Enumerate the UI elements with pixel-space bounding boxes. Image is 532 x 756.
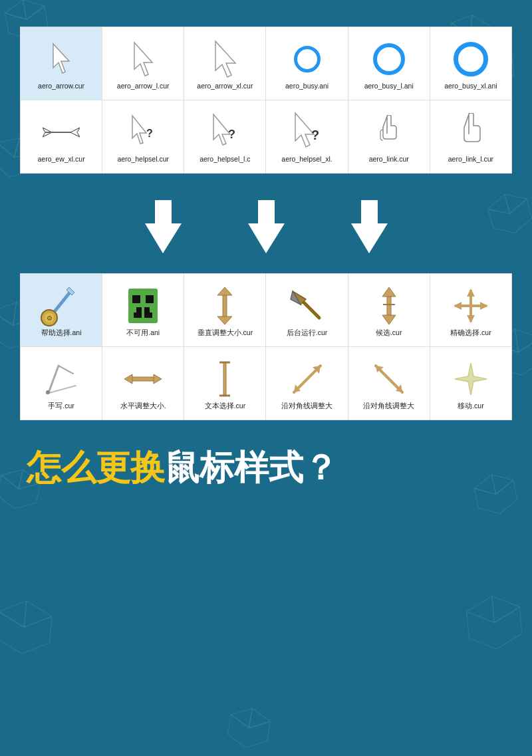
svg-marker-88 [480, 302, 488, 310]
svg-marker-48 [53, 44, 69, 73]
cursor-cell-aero-link-l[interactable]: aero_link_l.cur [430, 100, 511, 174]
cursor-label: 水平调整大小. [105, 402, 181, 411]
svg-rect-96 [223, 362, 226, 396]
cursor-cell-aero-busy-xl[interactable]: aero_busy_xl.ani [430, 27, 511, 100]
svg-marker-49 [134, 43, 152, 76]
svg-line-45 [249, 708, 252, 728]
cursor-cell-move[interactable]: 移动.cur [430, 347, 511, 420]
cursor-label: 候选.cur [351, 328, 427, 338]
cursor-label: aero_arrow.cur [23, 82, 99, 91]
svg-marker-105 [455, 363, 487, 395]
heading-white: 鼠标样式？ [165, 448, 338, 487]
bottom-cursor-table: ⚙ 帮助选择.ani [20, 273, 512, 420]
cursor-label: 后台运行.cur [269, 328, 344, 338]
svg-rect-69 [132, 295, 140, 303]
cursor-label: aero_helpsel.cur [105, 155, 181, 164]
svg-rect-73 [134, 313, 142, 318]
svg-marker-54 [132, 116, 146, 144]
cursor-label: aero_link.cur [351, 155, 427, 164]
cursor-cell-aero-arrow-xl[interactable]: aero_arrow_xl.cur [184, 27, 266, 100]
cursor-cell-candidate[interactable]: 候选.cur [348, 274, 430, 347]
cursor-label: 沿对角线调整大 [351, 402, 427, 411]
cursor-label: 文本选择.cur [187, 402, 263, 411]
svg-marker-81 [382, 315, 396, 324]
cursor-label: 精确选择.cur [433, 328, 509, 338]
svg-text:⚙: ⚙ [47, 315, 53, 322]
svg-marker-60 [145, 200, 182, 253]
cursor-cell-background-run[interactable]: 后台运行.cur [266, 274, 348, 347]
cursor-label: 手写.cur [23, 402, 99, 411]
cursor-label: aero_link_l.cur [433, 155, 509, 164]
svg-rect-75 [223, 293, 227, 319]
svg-rect-74 [144, 313, 152, 318]
arrows-section [20, 180, 512, 273]
cursor-label: 移动.cur [433, 402, 509, 411]
svg-line-39 [24, 614, 52, 629]
cursor-cell-aero-arrow[interactable]: aero_arrow.cur [21, 27, 102, 100]
cursor-label: 不可用.ani [105, 328, 181, 338]
svg-marker-53 [70, 128, 80, 137]
cursor-label: aero_arrow_xl.cur [187, 82, 263, 91]
down-arrow-1 [145, 200, 182, 253]
cursor-label: aero_busy_xl.ani [433, 82, 509, 91]
svg-marker-94 [124, 374, 132, 384]
cursor-cell-aero-busy-l[interactable]: aero_busy_l.ani [348, 27, 430, 100]
down-arrow-3 [351, 200, 388, 253]
svg-rect-68 [128, 289, 158, 323]
cursor-cell-aero-link[interactable]: aero_link.cur [348, 100, 430, 174]
cursor-cell-aero-busy[interactable]: aero_busy.ani [266, 27, 348, 100]
svg-marker-85 [467, 289, 475, 297]
svg-rect-72 [144, 307, 150, 313]
cursor-cell-horiz-resize[interactable]: 水平调整大小. [102, 347, 184, 420]
cursor-cell-diag-resize2[interactable]: 沿对角线调整大 [348, 347, 430, 420]
down-arrow-2 [248, 200, 285, 253]
svg-marker-44 [226, 705, 273, 751]
svg-line-37 [24, 600, 26, 627]
cursor-cell-aero-helpsel-l[interactable]: ? aero_helpsel_l.c [184, 100, 266, 174]
svg-marker-95 [154, 374, 162, 384]
svg-rect-71 [136, 307, 142, 313]
svg-text:?: ? [146, 128, 153, 139]
cursor-cell-aero-ew-xl[interactable]: aero_ew_xl.cur [21, 100, 102, 174]
svg-marker-87 [454, 302, 462, 310]
svg-marker-40 [466, 594, 523, 652]
cursor-label: aero_helpsel_xl. [269, 155, 344, 164]
svg-text:?: ? [228, 128, 235, 141]
svg-line-47 [249, 718, 270, 731]
cursor-cell-aero-arrow-l[interactable]: aero_arrow_l.cur [102, 27, 184, 100]
svg-line-43 [493, 607, 521, 622]
svg-marker-62 [351, 200, 388, 253]
cursor-cell-precise-select[interactable]: 精确选择.cur [430, 274, 511, 347]
cursor-cell-text-select[interactable]: 文本选择.cur [184, 347, 266, 420]
cursor-cell-aero-helpsel[interactable]: ? aero_helpsel.cur [102, 100, 184, 174]
svg-line-46 [229, 715, 251, 728]
svg-line-89 [49, 366, 59, 391]
svg-marker-76 [217, 287, 232, 295]
cursor-label: 垂直调整大小.cur [187, 328, 263, 338]
svg-line-38 [0, 612, 25, 627]
cursor-label: aero_arrow_l.cur [105, 82, 181, 91]
cursor-label: 帮助选择.ani [23, 328, 99, 338]
cursor-cell-aero-helpsel-xl[interactable]: ? aero_helpsel_xl. [266, 100, 348, 174]
cursor-label: 沿对角线调整大 [269, 402, 344, 411]
cursor-cell-handwrite[interactable]: 手写.cur [21, 347, 102, 420]
cursor-cell-help-select[interactable]: ⚙ 帮助选择.ani [21, 274, 102, 347]
table-row: ⚙ 帮助选择.ani [21, 274, 512, 347]
svg-text:?: ? [311, 128, 319, 142]
svg-line-90 [59, 366, 73, 374]
table-row: aero_arrow.cur aero_arrow_l.cur [21, 27, 512, 100]
cursor-cell-diag-resize1[interactable]: 沿对角线调整大 [266, 347, 348, 420]
svg-rect-93 [131, 377, 155, 381]
heading-highlight: 怎么更换 [27, 448, 165, 487]
svg-marker-86 [467, 315, 475, 323]
table-row: 手写.cur 水平调整大小. [21, 347, 512, 420]
svg-marker-50 [215, 41, 235, 77]
svg-marker-77 [217, 316, 232, 324]
table-row: aero_ew_xl.cur ? aero_helpsel.cur [21, 100, 512, 174]
cursor-cell-unavailable[interactable]: 不可用.ani [102, 274, 184, 347]
cursor-cell-vert-resize[interactable]: 垂直调整大小.cur [184, 274, 266, 347]
cursor-label: aero_ew_xl.cur [23, 155, 99, 164]
svg-rect-70 [146, 295, 154, 303]
top-cursor-table: aero_arrow.cur aero_arrow_l.cur [20, 27, 512, 174]
svg-marker-61 [248, 200, 285, 253]
